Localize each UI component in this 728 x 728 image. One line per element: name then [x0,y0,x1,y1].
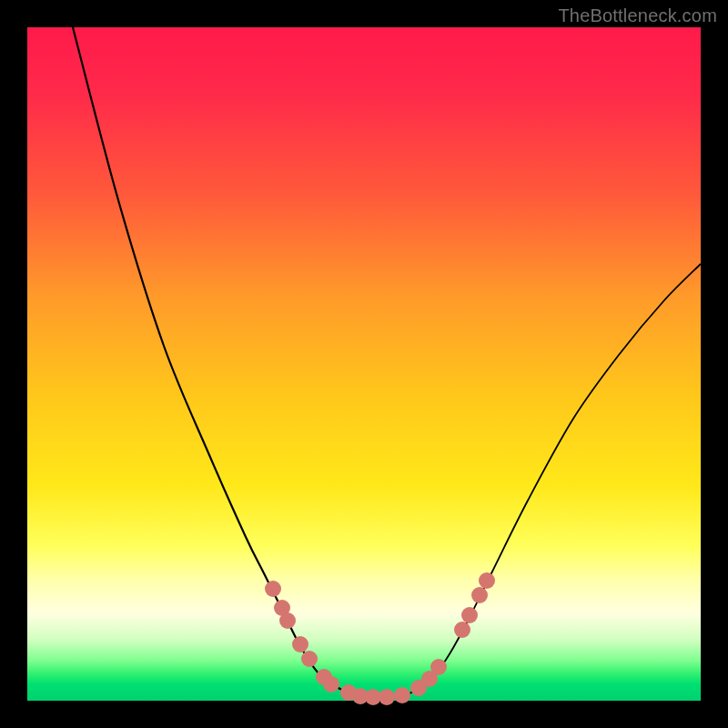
curve-left-curve [73,27,362,696]
scatter-group [265,572,495,705]
data-point [323,676,339,693]
data-point [279,612,296,629]
curve-right-curve [400,264,701,696]
curve-group [73,27,701,696]
chart-svg [27,27,701,701]
plot-area [27,27,701,701]
data-point [479,572,495,589]
data-point [461,607,478,623]
data-point [292,636,308,652]
data-point [301,651,318,667]
data-point [430,659,447,675]
data-point [454,622,470,638]
data-point [394,687,410,703]
data-point [265,581,281,597]
chart-container: TheBottleneck.com [0,0,728,728]
watermark-text: TheBottleneck.com [558,5,717,26]
data-point [379,689,395,705]
data-point [471,587,488,603]
